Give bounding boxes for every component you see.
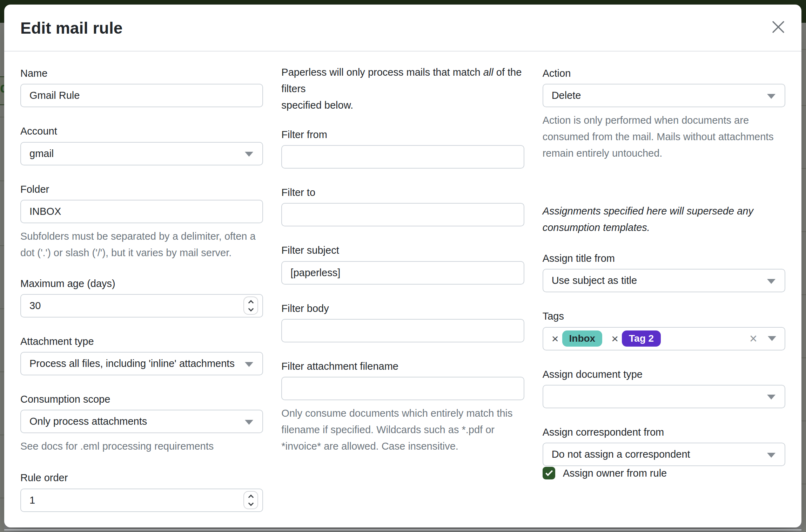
chevron-down-icon xyxy=(767,94,775,99)
account-group: Account gmail xyxy=(20,125,263,165)
filter-attachment-filename-group: Filter attachment filename Only consume … xyxy=(281,360,524,455)
filter-subject-input[interactable] xyxy=(281,261,524,285)
consumption-scope-label: Consumption scope xyxy=(20,393,263,405)
chevron-down-icon xyxy=(767,453,775,458)
attachment-type-select[interactable]: Process all files, including 'inline' at… xyxy=(20,352,263,375)
name-input[interactable] xyxy=(20,84,263,107)
assign-title-from-select[interactable]: Use subject as title xyxy=(543,269,785,292)
rule-order-label: Rule order xyxy=(20,471,263,484)
account-label: Account xyxy=(20,125,263,137)
filter-attachment-filename-label: Filter attachment filename xyxy=(281,360,524,373)
tag-pill-inbox: Inbox xyxy=(562,330,603,347)
checkmark-icon xyxy=(545,469,553,476)
action-help-text: Action is only performed when documents … xyxy=(543,112,785,162)
max-age-group: Maximum age (days) xyxy=(20,277,263,318)
filter-to-input[interactable] xyxy=(281,203,524,226)
action-selected-value: Delete xyxy=(552,90,581,101)
rule-order-group: Rule order xyxy=(20,471,263,512)
tag-pill-tag-2: Tag 2 xyxy=(622,330,661,347)
assign-owner-checkbox[interactable] xyxy=(543,467,555,479)
remove-tag-2-button[interactable]: × xyxy=(611,333,618,345)
chevron-down-icon xyxy=(767,279,775,284)
stepper-down-icon[interactable] xyxy=(248,500,254,506)
filter-subject-label: Filter subject xyxy=(281,244,524,257)
action-group: Action Delete Action is only performed w… xyxy=(543,67,785,162)
max-age-label: Maximum age (days) xyxy=(20,277,263,290)
dialog-title: Edit mail rule xyxy=(20,19,785,37)
filter-body-input[interactable] xyxy=(281,319,524,342)
filters-intro-text: Paperless will only process mails that m… xyxy=(281,64,524,114)
attachment-type-selected-value: Process all files, including 'inline' at… xyxy=(29,358,235,369)
folder-input[interactable] xyxy=(20,200,263,223)
filter-body-group: Filter body xyxy=(281,302,524,342)
assign-title-from-label: Assign title from xyxy=(543,252,785,265)
name-label: Name xyxy=(20,67,263,80)
consumption-scope-select[interactable]: Only process attachments xyxy=(20,410,263,433)
assign-correspondent-from-label: Assign correspondent from xyxy=(543,426,785,438)
name-group: Name xyxy=(20,67,263,107)
assignments-note: Assignments specified here will supersed… xyxy=(543,203,785,236)
assign-correspondent-from-group: Assign correspondent from Do not assign … xyxy=(543,426,785,466)
dialog-body: Name Account gmail Folder Subfolders mus… xyxy=(4,52,801,530)
edit-mail-rule-dialog: Edit mail rule Name Account gmail xyxy=(4,5,801,527)
stepper-down-icon[interactable] xyxy=(248,306,254,312)
assign-owner-from-rule-row[interactable]: Assign owner from rule xyxy=(543,467,785,479)
assign-document-type-group: Assign document type xyxy=(543,368,785,408)
stepper-up-icon[interactable] xyxy=(248,300,254,306)
filter-subject-group: Filter subject xyxy=(281,244,524,284)
assign-title-from-group: Assign title from Use subject as title xyxy=(543,252,785,292)
tags-group: Tags × Inbox × Tag 2 × xyxy=(543,310,785,350)
folder-help-text: Subfolders must be separated by a delimi… xyxy=(20,228,263,261)
action-select[interactable]: Delete xyxy=(543,84,785,107)
tags-label: Tags xyxy=(543,310,785,322)
attachment-type-group: Attachment type Process all files, inclu… xyxy=(20,335,263,375)
dialog-header: Edit mail rule xyxy=(4,5,801,52)
filter-from-input[interactable] xyxy=(281,145,524,169)
remove-tag-inbox-button[interactable]: × xyxy=(552,333,559,345)
account-selected-value: gmail xyxy=(29,148,54,159)
max-age-stepper[interactable] xyxy=(243,296,258,315)
folder-label: Folder xyxy=(20,183,263,196)
tags-select[interactable]: × Inbox × Tag 2 × xyxy=(543,327,785,350)
clear-tags-button[interactable]: × xyxy=(750,332,757,345)
chevron-down-icon xyxy=(767,395,775,400)
assign-document-type-select[interactable] xyxy=(543,385,785,408)
folder-group: Folder Subfolders must be separated by a… xyxy=(20,183,263,261)
max-age-input[interactable] xyxy=(20,294,263,318)
backdrop-left-sliver: d xyxy=(0,23,4,532)
rule-order-stepper[interactable] xyxy=(243,491,258,509)
filter-to-label: Filter to xyxy=(281,186,524,199)
filter-to-group: Filter to xyxy=(281,186,524,226)
backdrop-right-sliver xyxy=(801,23,806,532)
filter-from-label: Filter from xyxy=(281,128,524,141)
consumption-scope-group: Consumption scope Only process attachmen… xyxy=(20,393,263,455)
column-filters: Paperless will only process mails that m… xyxy=(281,67,524,530)
account-select[interactable]: gmail xyxy=(20,142,263,165)
rule-order-input[interactable] xyxy=(20,489,263,512)
chevron-down-icon[interactable] xyxy=(768,336,776,341)
column-action-assignments: Action Delete Action is only performed w… xyxy=(543,67,785,530)
chevron-down-icon xyxy=(245,362,253,367)
attachment-type-label: Attachment type xyxy=(20,335,263,348)
consumption-scope-help-text: See docs for .eml processing requirement… xyxy=(20,438,263,455)
assign-document-type-label: Assign document type xyxy=(543,368,785,381)
assign-correspondent-from-selected-value: Do not assign a correspondent xyxy=(552,449,690,460)
close-button[interactable] xyxy=(768,16,789,37)
close-icon xyxy=(772,20,785,34)
assign-correspondent-from-select[interactable]: Do not assign a correspondent xyxy=(543,443,785,466)
stepper-up-icon[interactable] xyxy=(248,495,254,500)
filter-from-group: Filter from xyxy=(281,128,524,169)
column-general: Name Account gmail Folder Subfolders mus… xyxy=(20,67,263,530)
chevron-down-icon xyxy=(245,152,253,157)
chevron-down-icon xyxy=(245,420,253,425)
dialog-footer: Cancel Save xyxy=(4,530,801,532)
filter-body-label: Filter body xyxy=(281,302,524,315)
filter-attachment-filename-help-text: Only consume documents which entirely ma… xyxy=(281,405,524,455)
assign-owner-label: Assign owner from rule xyxy=(563,468,667,479)
action-label: Action xyxy=(543,67,785,80)
assign-title-from-selected-value: Use subject as title xyxy=(552,275,637,286)
filter-attachment-filename-input[interactable] xyxy=(281,377,524,400)
consumption-scope-selected-value: Only process attachments xyxy=(29,416,147,427)
